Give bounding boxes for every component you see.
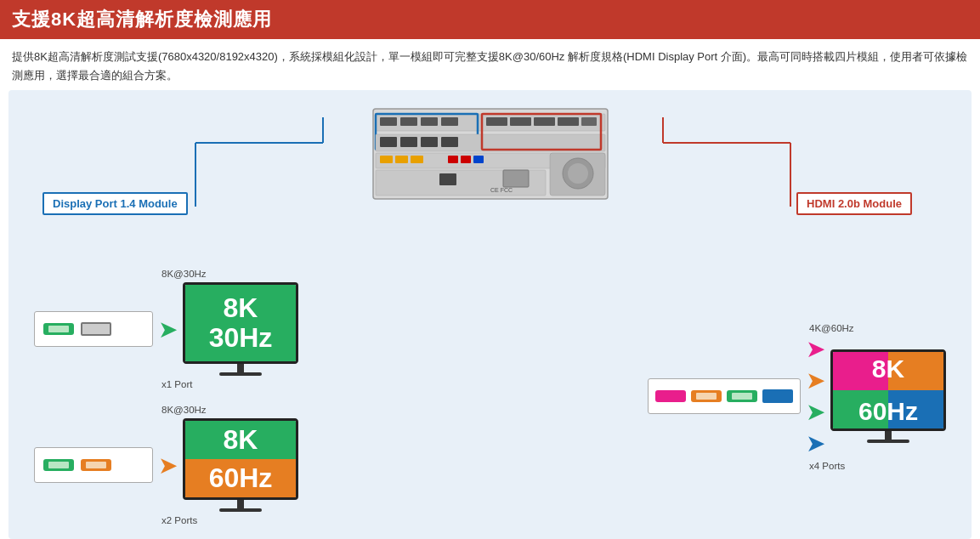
diagram-2-row: 8K 60Hz [34, 418, 298, 512]
screen-8k30: 8K 30Hz [185, 285, 296, 361]
screen-right-bottom-text: 60Hz [833, 399, 943, 424]
diagram-1-row: 8K 30Hz [34, 282, 298, 376]
monitor-2: 8K 60Hz [183, 418, 298, 512]
green-port-icon [43, 323, 74, 335]
svg-rect-21 [411, 156, 423, 163]
monitor-screen-right: 8K 60Hz [830, 349, 946, 431]
svg-rect-19 [380, 156, 393, 163]
multi-arrows [806, 335, 825, 457]
svg-rect-31 [439, 173, 456, 185]
port-box-1 [34, 311, 153, 347]
svg-rect-16 [558, 117, 579, 126]
ports-multi-box [648, 378, 801, 414]
arrow-pink [806, 335, 825, 363]
orange-port-icon-2 [691, 390, 722, 402]
pink-port-icon [655, 390, 686, 402]
dp-module-label: Display Port 1.4 Module [42, 192, 188, 215]
page-header: 支援8K超高清解析度檢測應用 [0, 0, 980, 39]
svg-rect-15 [534, 117, 555, 126]
top-section: CE FCC Display Port 1.4 Module HDMI 2.0b… [25, 99, 955, 269]
diagram-right-row: 8K 60Hz [648, 335, 946, 457]
svg-rect-20 [395, 156, 408, 163]
description-text: 提供8K超高清解析度測試支援(7680x4320/8192x4320)，系統採模… [0, 39, 980, 90]
arrow-blue [806, 429, 825, 457]
monitor-screen-2: 8K 60Hz [183, 418, 298, 500]
diagram-right-freq: 4K@60Hz [809, 323, 854, 333]
svg-rect-11 [441, 137, 458, 147]
arrow-green [806, 398, 825, 426]
hdmi-module-label: HDMI 2.0b Module [796, 192, 912, 215]
screen-8k60-left: 8K 60Hz [185, 421, 296, 497]
blue-port-icon [762, 389, 793, 403]
svg-rect-4 [400, 117, 417, 126]
svg-rect-13 [486, 117, 507, 126]
diagram-2-count: x2 Ports [161, 515, 298, 525]
monitor-base-2 [219, 500, 262, 512]
svg-rect-14 [510, 117, 531, 126]
main-content: CE FCC Display Port 1.4 Module HDMI 2.0b… [8, 90, 972, 539]
equipment-svg: CE FCC [371, 107, 609, 201]
gray-port-icon [81, 322, 111, 336]
screen-8k60-right: 8K 60Hz [833, 352, 943, 428]
port-box-2 [34, 447, 153, 483]
svg-rect-9 [400, 137, 417, 147]
orange-port-icon [81, 459, 111, 471]
bottom-area: 8K@30Hz 8K 30Hz [25, 269, 955, 525]
svg-rect-6 [441, 117, 458, 126]
svg-rect-22 [448, 156, 458, 163]
monitor-right: 8K 60Hz [830, 349, 946, 443]
monitor-base-right [867, 431, 909, 443]
arrow-right-2 [158, 451, 178, 479]
monitor-base-1 [219, 364, 262, 376]
svg-text:CE FCC: CE FCC [490, 187, 513, 193]
monitor-1: 8K 30Hz [183, 282, 298, 376]
green-port-icon-3 [727, 390, 757, 402]
diagram-1-count: x1 Port [161, 379, 298, 389]
green-port-icon-2 [43, 459, 74, 471]
svg-rect-3 [380, 117, 397, 126]
left-diagrams: 8K@30Hz 8K 30Hz [34, 269, 298, 525]
svg-rect-5 [421, 117, 438, 126]
svg-rect-8 [380, 137, 397, 147]
arrow-orange [806, 366, 825, 394]
arrow-right-1 [158, 315, 178, 343]
svg-point-28 [568, 163, 588, 184]
diagram-right-count: x4 Ports [809, 461, 845, 471]
svg-rect-30 [503, 170, 529, 187]
diagram-2port: 8K@30Hz 8K [34, 405, 298, 525]
svg-rect-24 [473, 156, 484, 163]
equipment-wrapper: CE FCC [371, 107, 609, 204]
page-title: 支援8K超高清解析度檢測應用 [12, 9, 272, 30]
diagram-4port: 4K@60Hz [648, 323, 946, 471]
svg-rect-17 [581, 117, 597, 126]
diagram-1-freq: 8K@30Hz [161, 269, 298, 279]
diagram-2-freq: 8K@30Hz [161, 405, 298, 415]
screen-right-top-text: 8K [833, 356, 943, 382]
svg-rect-10 [421, 137, 438, 147]
svg-rect-23 [461, 156, 471, 163]
right-diagrams: 4K@60Hz [324, 269, 946, 525]
monitor-screen-1: 8K 30Hz [183, 282, 298, 364]
diagram-1port: 8K@30Hz 8K 30Hz [34, 269, 298, 389]
